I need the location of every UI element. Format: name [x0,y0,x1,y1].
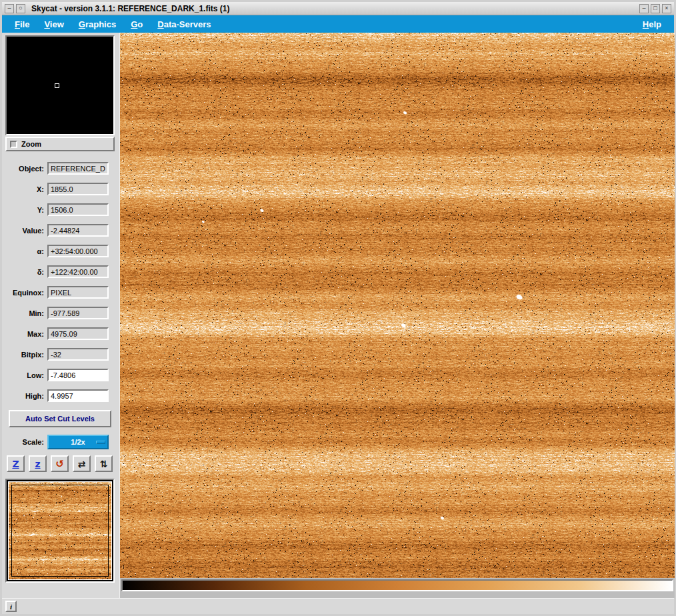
field-row-bitpix: Bitpix: [5,344,116,365]
flip-x-icon[interactable]: ⇄ [73,455,91,472]
ra-input[interactable] [47,245,109,257]
field-row-equinox: Equinox: [5,282,116,303]
skycat-window: – ○ Skycat - version 3.1.1: REFERENCE_DA… [0,0,676,616]
field-row-high: High: [5,385,116,406]
equinox-input[interactable] [47,286,109,299]
low-label: Low: [5,371,44,379]
scale-row: Scale: 1/2x [5,434,116,450]
x-label: X: [5,185,44,193]
field-row-value: Value: [5,220,116,241]
titlebar: – ○ Skycat - version 3.1.1: REFERENCE_DA… [2,2,674,15]
zoom-checkbox[interactable] [10,141,17,148]
window-shade-button[interactable]: ○ [16,4,25,13]
content: Zoom Object: X: Y: Value: α: [2,33,674,598]
max-input[interactable] [47,327,109,340]
zoom-cursor-marker [55,83,59,88]
field-row-x: X: [5,179,116,199]
high-label: High: [5,392,44,400]
object-label: Object: [5,165,44,173]
dec-input[interactable] [47,265,109,278]
colorbar [121,579,673,591]
value-label: Value: [5,227,44,235]
max-label: Max: [5,330,44,338]
dropdown-indicator-icon [96,441,105,444]
scale-label: Scale: [5,438,44,446]
main-image-canvas[interactable] [120,33,675,578]
sidebar: Zoom Object: X: Y: Value: α: [2,33,119,598]
tools-row: Z z ↺ ⇄ ⇅ [7,455,116,472]
field-row-dec: δ: [5,261,116,282]
menu-graphics[interactable]: Graphics [71,17,123,32]
bitpix-input[interactable] [47,348,109,361]
colorbar-canvas [123,581,672,590]
low-cut-input[interactable] [47,369,109,381]
zoom-label: Zoom [21,140,41,148]
close-button[interactable]: × [662,4,671,13]
menu-view[interactable]: View [37,17,71,32]
menubar: File View Graphics Go Data-Servers Help [2,15,674,33]
pan-canvas[interactable] [8,481,112,580]
field-row-max: Max: [5,323,116,344]
menu-data-servers[interactable]: Data-Servers [150,17,218,32]
object-input[interactable] [47,162,109,175]
minimize-button[interactable]: – [639,4,649,13]
field-row-min: Min: [5,303,116,323]
field-row-y: Y: [5,199,116,220]
image-area [119,33,675,598]
dec-label: δ: [5,268,44,276]
value-input[interactable] [47,224,109,237]
window-title: Skycat - version 3.1.1: REFERENCE_DARK_1… [31,4,229,13]
zoom-toggle-row: Zoom [5,137,115,151]
menu-go[interactable]: Go [123,17,150,32]
x-input[interactable] [47,183,109,195]
scale-dropdown[interactable]: 1/2x [47,435,109,449]
window-menu-button[interactable]: – [5,4,14,13]
rotate-icon[interactable]: ↺ [51,455,69,472]
maximize-button[interactable]: □ [651,4,660,13]
ra-label: α: [5,247,44,255]
zoom-view [5,35,115,135]
statusbar: i [2,598,674,614]
y-input[interactable] [47,203,109,216]
menu-file[interactable]: File [7,17,37,32]
menu-help[interactable]: Help [635,17,669,32]
min-input[interactable] [47,307,109,319]
info-button[interactable]: i [5,601,17,612]
min-label: Min: [5,309,44,317]
field-row-object: Object: [5,158,116,179]
zoom-in-button[interactable]: Z [7,455,25,472]
equinox-label: Equinox: [5,289,44,297]
auto-set-cut-levels-button[interactable]: Auto Set Cut Levels [9,410,111,427]
y-label: Y: [5,206,44,214]
flip-y-icon[interactable]: ⇅ [95,455,113,472]
field-row-ra: α: [5,241,116,261]
pan-window[interactable] [5,479,115,583]
bitpix-label: Bitpix: [5,351,44,359]
zoom-out-button[interactable]: z [29,455,47,472]
field-row-low: Low: [5,365,116,385]
high-cut-input[interactable] [47,389,109,402]
scale-value: 1/2x [71,438,85,446]
